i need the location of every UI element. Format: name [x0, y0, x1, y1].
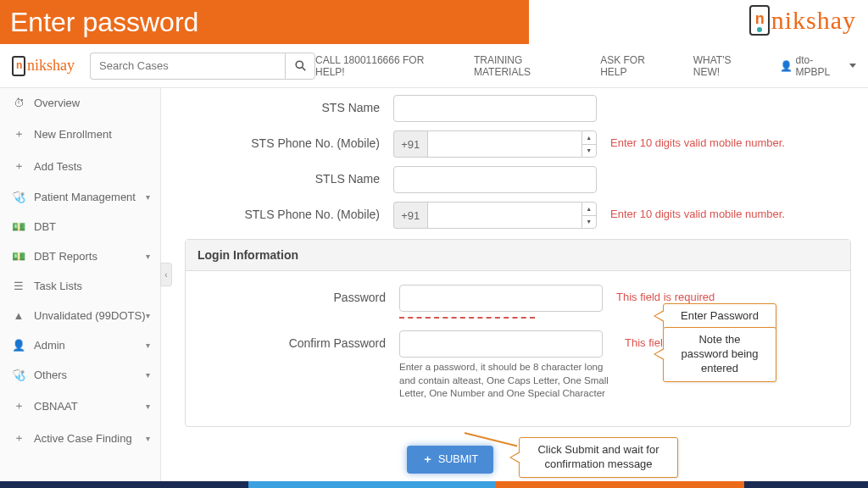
sidebar-item-add-tests[interactable]: ＋Add Tests — [0, 150, 160, 182]
password-input[interactable] — [399, 285, 603, 312]
number-stepper[interactable]: ▲▼ — [581, 130, 597, 158]
sidebar-label: Add Tests — [34, 160, 82, 173]
phone-prefix: +91 — [393, 130, 427, 158]
search-container — [90, 53, 315, 80]
sidebar-item-dbt[interactable]: 💵DBT — [0, 212, 160, 241]
sidebar-icon: ＋ — [12, 126, 25, 141]
phone-prefix: +91 — [393, 202, 427, 229]
top-navbar: n nikshay CALL 1800116666 FOR HELP! TRAI… — [0, 44, 868, 88]
svg-line-1 — [302, 68, 305, 71]
chevron-down-icon: ▾ — [146, 402, 150, 411]
stls-phone-field: +91 ▲▼ — [393, 202, 597, 229]
sidebar-label: DBT Reports — [34, 250, 97, 263]
sidebar-label: Active Case Finding — [34, 432, 132, 445]
sidebar-label: Task Lists — [34, 280, 82, 292]
caret-down-icon — [849, 64, 856, 68]
nav-whats-new[interactable]: WHAT'S NEW! — [693, 54, 760, 78]
sts-phone-input[interactable] — [427, 130, 581, 158]
sidebar-item-unvalidated-99dots-[interactable]: ▲Unvalidated (99DOTS)▾ — [0, 301, 160, 330]
sts-phone-field: +91 ▲▼ — [393, 130, 597, 158]
user-label: dto-MPBPL — [796, 54, 846, 78]
user-icon: 👤 — [780, 60, 793, 72]
login-panel-heading: Login Information — [186, 240, 850, 271]
sidebar-item-dbt-reports[interactable]: 💵DBT Reports▾ — [0, 241, 160, 271]
user-dropdown[interactable]: 👤 dto-MPBPL — [780, 54, 856, 78]
brand-text: nikshay — [771, 6, 856, 35]
number-stepper[interactable]: ▲▼ — [581, 202, 597, 229]
sidebar-icon: ＋ — [12, 430, 25, 446]
dashed-underline — [399, 317, 535, 319]
plus-icon: ＋ — [422, 452, 433, 467]
password-error: This field is required — [616, 285, 715, 303]
sidebar-icon: 🩺 — [12, 191, 25, 203]
search-icon — [295, 60, 306, 71]
nav-ask-help[interactable]: ASK FOR HELP — [600, 54, 673, 78]
sidebar-icon: ▲ — [12, 309, 25, 322]
chevron-down-icon: ▾ — [146, 192, 150, 202]
sidebar-item-active-case-finding[interactable]: ＋Active Case Finding▾ — [0, 422, 160, 454]
sidebar-item-task-lists[interactable]: ☰Task Lists — [0, 271, 160, 301]
sidebar-label: DBT — [34, 220, 56, 233]
brand-logo-small[interactable]: n nikshay — [12, 56, 75, 76]
sts-phone-error: Enter 10 digits valid mobile number. — [610, 130, 785, 149]
sidebar-item-new-enrollment[interactable]: ＋New Enrollment — [0, 118, 160, 150]
sidebar-label: Patient Management — [34, 191, 136, 203]
chevron-down-icon: ▾ — [146, 341, 150, 350]
sidebar-icon: ⏱ — [12, 97, 25, 109]
sidebar-icon: 💵 — [12, 220, 25, 233]
sidebar-label: Admin — [34, 339, 65, 352]
sts-name-input[interactable] — [393, 95, 597, 122]
password-label: Password — [191, 285, 399, 304]
stls-phone-input[interactable] — [427, 202, 581, 229]
stls-phone-error: Enter 10 digits valid mobile number. — [610, 202, 785, 220]
sidebar-item-patient-management[interactable]: 🩺Patient Management▾ — [0, 182, 160, 212]
confirm-password-label: Confirm Password — [191, 330, 399, 350]
phone-icon: n — [749, 5, 770, 36]
svg-point-0 — [296, 61, 303, 68]
stls-phone-label: STLS Phone No. (Mobile) — [185, 202, 393, 221]
nav-links: CALL 1800116666 FOR HELP! TRAINING MATER… — [315, 54, 856, 78]
submit-label: SUBMIT — [438, 453, 478, 465]
step-down-icon[interactable]: ▼ — [582, 145, 596, 158]
step-down-icon[interactable]: ▼ — [582, 216, 596, 229]
sidebar-collapse-toggle[interactable]: ‹ — [160, 263, 172, 286]
banner-title: Enter password — [10, 7, 198, 38]
bottom-color-stripe — [0, 481, 868, 488]
search-input[interactable] — [90, 53, 285, 80]
sidebar-label: Unvalidated (99DOTS) — [34, 309, 146, 322]
sidebar-icon: ＋ — [12, 158, 25, 174]
sidebar-item-admin[interactable]: 👤Admin▾ — [0, 330, 160, 360]
step-up-icon[interactable]: ▲ — [582, 202, 596, 216]
phone-icon: n — [12, 56, 25, 76]
sidebar-icon: 💵 — [12, 250, 25, 263]
sidebar-item-cbnaat[interactable]: ＋CBNAAT▾ — [0, 390, 160, 422]
callout-click-submit: Click Submit and wait for confirmation m… — [519, 437, 678, 478]
confirm-password-input[interactable] — [399, 330, 603, 358]
sidebar-icon: ☰ — [12, 280, 25, 292]
nav-training[interactable]: TRAINING MATERIALS — [474, 54, 580, 78]
sidebar: ⏱Overview＋New Enrollment＋Add Tests🩺Patie… — [0, 88, 161, 481]
sidebar-label: Overview — [34, 97, 80, 109]
main-content: STS Name STS Phone No. (Mobile) +91 ▲▼ E… — [161, 88, 868, 481]
submit-button[interactable]: ＋ SUBMIT — [407, 446, 493, 474]
chevron-down-icon: ▾ — [146, 311, 150, 320]
callout-enter-password: Enter Password — [663, 303, 776, 330]
chevron-down-icon: ▾ — [146, 252, 150, 261]
sts-name-label: STS Name — [185, 95, 393, 114]
search-button[interactable] — [285, 53, 315, 80]
callout-note-password: Note the password being entered — [663, 327, 776, 382]
sidebar-item-others[interactable]: 🩺Others▾ — [0, 360, 160, 390]
sidebar-item-overview[interactable]: ⏱Overview — [0, 88, 160, 118]
sidebar-icon: 🩺 — [12, 369, 25, 381]
chevron-down-icon: ▾ — [146, 370, 150, 380]
stls-name-input[interactable] — [393, 166, 597, 193]
nav-help-phone[interactable]: CALL 1800116666 FOR HELP! — [315, 54, 453, 78]
sts-phone-label: STS Phone No. (Mobile) — [185, 130, 393, 150]
slide-title-banner: Enter password — [0, 0, 529, 44]
sidebar-icon: ＋ — [12, 398, 25, 413]
chevron-down-icon: ▾ — [146, 434, 150, 443]
brand-logo-large: n nikshay — [749, 5, 856, 36]
stls-name-label: STLS Name — [185, 166, 393, 186]
step-up-icon[interactable]: ▲ — [582, 131, 596, 145]
sidebar-label: CBNAAT — [34, 400, 78, 413]
